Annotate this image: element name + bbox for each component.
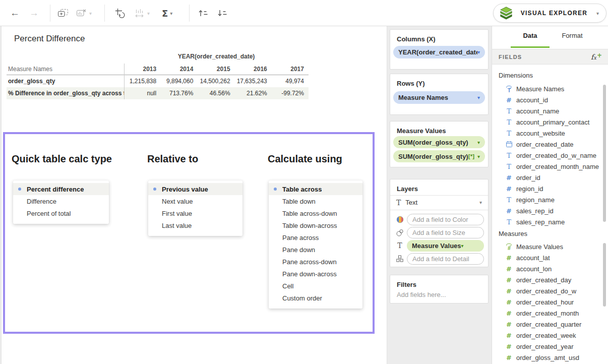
field-item[interactable]: Tsales_rep_name: [492, 216, 602, 226]
menu-item[interactable]: Table across-down: [269, 207, 362, 219]
table-calc-panel: Quick table calc typePercent differenceD…: [3, 132, 375, 334]
menu-item[interactable]: Pane across-down: [269, 256, 362, 268]
menu-item-label: Previous value: [162, 186, 208, 193]
menu-item[interactable]: Pane down: [269, 244, 362, 256]
menu-item-label: Pane down-across: [282, 270, 337, 278]
field-item[interactable]: #account_id: [492, 94, 602, 105]
filters-placeholder[interactable]: Add fields here...: [397, 291, 446, 298]
field-item[interactable]: Tregion_name: [492, 194, 602, 205]
aggregation-sigma-icon: Σ: [162, 8, 168, 19]
field-item[interactable]: order_created_date: [492, 139, 602, 150]
menu-item[interactable]: Table across: [269, 183, 362, 195]
field-item[interactable]: #order_created_hour: [492, 296, 602, 308]
dimensions-scrollbar[interactable]: [603, 85, 606, 222]
visual-explorer-button[interactable]: VISUAL EXPLORER ▾: [493, 4, 606, 23]
field-item[interactable]: #account_lat: [492, 252, 602, 263]
chevron-down-icon: ▾: [461, 243, 464, 249]
visual-explorer-app: ← → ▾: [0, 0, 608, 364]
cell-value: 14,500,262: [198, 78, 234, 85]
menu-item[interactable]: First value: [148, 207, 242, 219]
menu-item[interactable]: Table down: [269, 195, 362, 207]
menu-item[interactable]: Percent difference: [13, 183, 109, 195]
calc-menu: Previous valueNext valueFirst valueLast …: [148, 180, 242, 236]
cell-value: 17,635,243: [235, 78, 272, 85]
forward-button[interactable]: →: [29, 0, 39, 26]
detail-field-input[interactable]: Add a field to Detail: [407, 253, 484, 265]
new-visualization-button[interactable]: [57, 0, 70, 26]
year-column-header: 2015: [198, 66, 234, 73]
field-item[interactable]: #order_created_quarter: [492, 319, 602, 330]
field-item[interactable]: #sales_rep_id: [492, 205, 602, 216]
number-field-icon: #: [505, 298, 513, 306]
field-item[interactable]: #account_lon: [492, 263, 602, 274]
field-item[interactable]: Torder_created_do_w_name: [492, 150, 602, 161]
menu-item-label: Last value: [162, 222, 192, 229]
field-item[interactable]: #order_created_year: [492, 341, 602, 352]
menu-item[interactable]: Percent of total: [13, 207, 109, 219]
field-item[interactable]: #order_created_month: [492, 308, 602, 319]
measures-scrollbar[interactable]: [603, 243, 606, 307]
menu-item-label: Pane across: [282, 234, 319, 241]
measure-values-pill-1[interactable]: SUM(order_gloss_qty) ▾: [393, 136, 485, 148]
field-item[interactable]: #order_created_week: [492, 330, 602, 341]
field-label: order_created_hour: [516, 298, 574, 306]
back-button[interactable]: ←: [10, 0, 20, 26]
aggregation-button[interactable]: Σ ▾: [162, 0, 172, 26]
tab-format[interactable]: Format: [557, 32, 588, 39]
year-column-header: 2016: [235, 66, 272, 73]
number-field-icon: #: [505, 287, 513, 295]
sort-descending-button[interactable]: [217, 0, 227, 26]
layer-type-label: Text: [405, 199, 477, 206]
active-tab-underline: [511, 46, 550, 48]
color-icon: [394, 215, 405, 224]
menu-item[interactable]: Next value: [148, 195, 242, 207]
swap-axes-icon: [114, 8, 126, 19]
measure-values-pill-2[interactable]: SUM(order_gloss_qty) [*] ▾: [393, 150, 485, 162]
field-label: order_created_do_w: [516, 287, 576, 295]
field-item[interactable]: Taccount_primary_contact: [492, 116, 602, 128]
menu-item[interactable]: Custom order: [269, 292, 362, 304]
menu-item[interactable]: Previous value: [148, 183, 242, 195]
field-item[interactable]: #order_created_do_w: [492, 285, 602, 296]
fields-header-label: FIELDS: [499, 54, 591, 60]
field-item[interactable]: #order_created_day: [492, 274, 602, 285]
field-item[interactable]: #order_id: [492, 172, 602, 183]
field-label: order_created_month: [516, 310, 579, 317]
add-calculation-button[interactable]: fx+: [591, 53, 601, 61]
field-item[interactable]: Taccount_website: [492, 128, 602, 139]
field-item[interactable]: #Measure Values: [492, 241, 602, 252]
sort-ascending-icon: [198, 9, 208, 18]
rows-pill[interactable]: Measure Names ▾: [393, 91, 485, 104]
toolbar-divider: [189, 5, 190, 22]
year-columns: 20132014201520162017: [124, 66, 309, 73]
menu-item[interactable]: Pane down-across: [269, 268, 362, 280]
clear-visualization-button[interactable]: ▾: [76, 0, 92, 26]
swap-axes-button[interactable]: [114, 0, 126, 26]
rows-pill-label: Measure Names: [398, 94, 477, 101]
menu-item[interactable]: Difference: [13, 195, 109, 207]
columns-shelf: Columns (X) YEAR(order_created_date) ▾: [390, 29, 489, 70]
text-encoding-pill[interactable]: Measure Values ▾: [407, 240, 484, 252]
color-field-input[interactable]: Add a field to Color: [407, 214, 484, 225]
menu-item[interactable]: Pane across: [269, 231, 362, 244]
tab-data[interactable]: Data: [511, 32, 550, 39]
text-field-icon: T: [505, 218, 513, 226]
resize-bars-button[interactable]: ▾: [134, 0, 150, 26]
size-field-input[interactable]: Add a field to Size: [407, 227, 484, 238]
table-rows: order_gloss_qty1,215,8389,894,06014,500,…: [7, 75, 309, 99]
field-label: order_created_day: [516, 276, 571, 284]
menu-item[interactable]: Table down-across: [269, 219, 362, 231]
columns-pill[interactable]: YEAR(order_created_date) ▾: [393, 46, 485, 58]
menu-item[interactable]: Cell: [269, 280, 362, 292]
field-item[interactable]: TMeasure Names: [492, 83, 602, 94]
field-item[interactable]: Torder_created_month_name: [492, 161, 602, 172]
menu-item-label: Table across-down: [282, 210, 337, 217]
field-item[interactable]: Taccount_name: [492, 105, 602, 116]
menu-item[interactable]: Last value: [148, 219, 242, 231]
number-field-icon: #: [505, 276, 513, 284]
field-item[interactable]: #order_gloss_amt_usd: [492, 352, 602, 363]
field-item[interactable]: #region_id: [492, 183, 602, 194]
sort-ascending-button[interactable]: [198, 0, 208, 26]
layer-type-selector[interactable]: T Text ▾: [390, 195, 488, 210]
selected-dot-icon: [274, 188, 282, 191]
